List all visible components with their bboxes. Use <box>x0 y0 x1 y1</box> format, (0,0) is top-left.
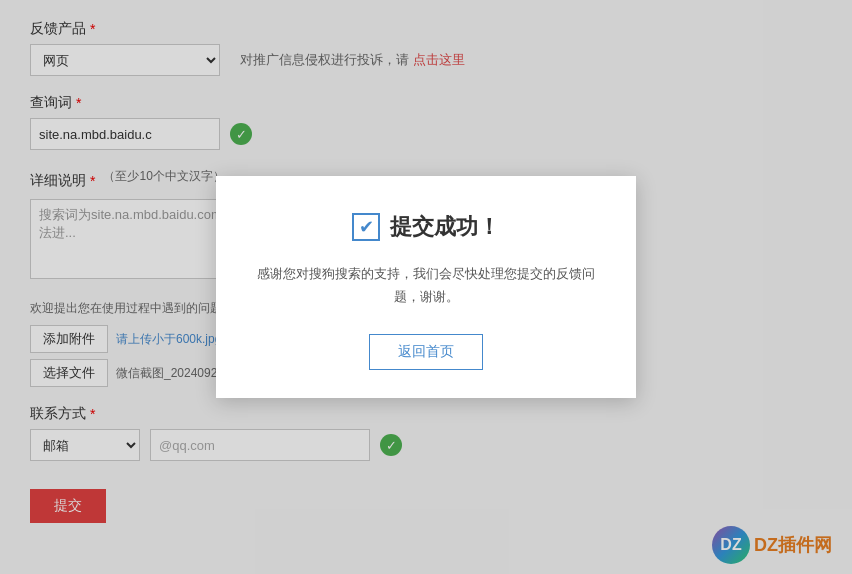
modal-title: 提交成功！ <box>390 212 500 242</box>
modal-overlay: ✔ 提交成功！ 感谢您对搜狗搜索的支持，我们会尽快处理您提交的反馈问题，谢谢。 … <box>0 0 852 574</box>
modal-box: ✔ 提交成功！ 感谢您对搜狗搜索的支持，我们会尽快处理您提交的反馈问题，谢谢。 … <box>216 176 636 399</box>
modal-title-row: ✔ 提交成功！ <box>246 212 606 242</box>
page-container: 反馈产品 * 网页 图片 视频 新闻 地图 对推广信息侵权进行投诉，请 点击这里… <box>0 0 852 574</box>
modal-check-icon: ✔ <box>352 213 380 241</box>
return-home-button[interactable]: 返回首页 <box>369 334 483 370</box>
modal-description: 感谢您对搜狗搜索的支持，我们会尽快处理您提交的反馈问题，谢谢。 <box>246 262 606 309</box>
